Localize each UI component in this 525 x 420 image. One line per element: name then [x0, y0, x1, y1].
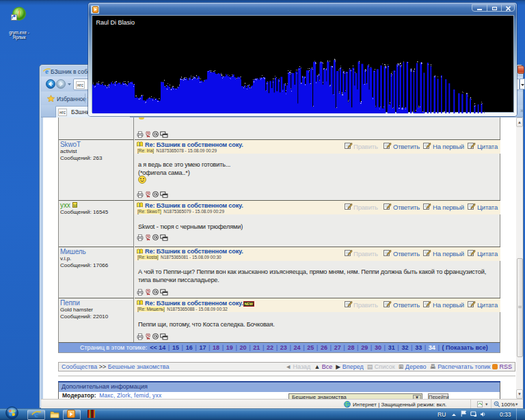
svg-text:e: e — [45, 67, 49, 74]
svg-text:e: e — [34, 409, 38, 419]
